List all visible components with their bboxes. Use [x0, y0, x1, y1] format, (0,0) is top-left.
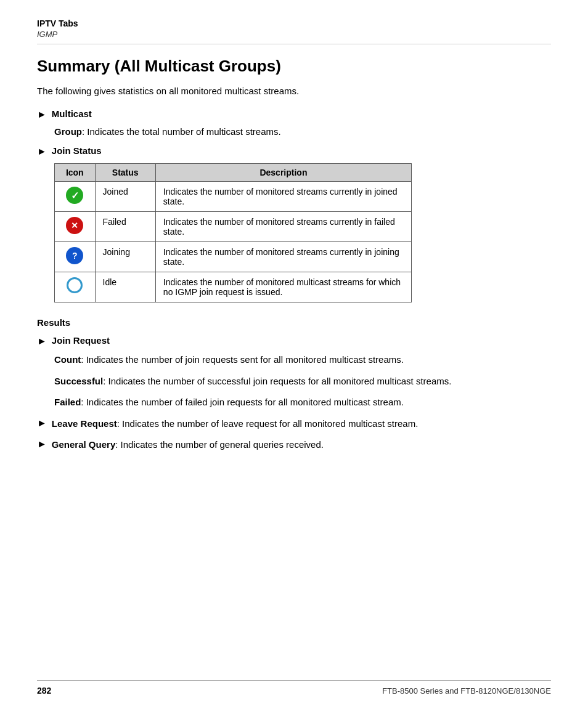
desc-cell-joining: Indicates the number of monitored stream…: [155, 242, 411, 272]
status-cell-joining: Joining: [95, 242, 155, 272]
status-cell-idle: Idle: [95, 272, 155, 302]
intro-text: The following gives statistics on all mo…: [37, 86, 551, 96]
successful-bold: Successful: [54, 376, 103, 386]
header-subtitle: IGMP: [37, 30, 551, 39]
page-number: 282: [37, 686, 51, 696]
page-container: IPTV Tabs IGMP Summary (All Multicast Gr…: [0, 0, 588, 497]
arrow-icon-leave-request: ►: [37, 418, 47, 429]
successful-text: Successful: Indicates the number of succ…: [54, 375, 551, 389]
multicast-label: Multicast: [52, 108, 92, 119]
count-rest: : Indicates the number of join requests …: [81, 354, 404, 365]
joined-icon: [66, 187, 83, 204]
failed-text: Failed: Indicates the number of failed j…: [54, 396, 551, 410]
count-bold: Count: [54, 354, 81, 365]
join-request-header: ► Join Request: [37, 335, 551, 347]
failed-rest: : Indicates the number of failed join re…: [81, 397, 404, 407]
table-row: Failed Indicates the number of monitored…: [55, 212, 412, 242]
table-row: Joined Indicates the number of monitored…: [55, 182, 412, 212]
join-status-label: Join Status: [52, 145, 102, 156]
multicast-section-header: ► Multicast: [37, 108, 551, 120]
failed-item: Failed: Indicates the number of failed j…: [54, 396, 551, 410]
page-footer: 282 FTB-8500 Series and FTB-8120NGE/8130…: [37, 680, 551, 696]
table-header-description: Description: [155, 164, 411, 182]
failed-bold: Failed: [54, 397, 81, 407]
page-title: Summary (All Multicast Groups): [37, 57, 551, 76]
leave-request-item: ► Leave Request: Indicates the number of…: [37, 417, 551, 431]
arrow-icon-join-request: ►: [37, 336, 47, 347]
icon-cell-joining: [55, 242, 96, 272]
general-query-text: General Query: Indicates the number of g…: [52, 438, 324, 452]
table-header-icon: Icon: [55, 164, 96, 182]
join-status-section-header: ► Join Status: [37, 145, 551, 157]
arrow-icon-multicast: ►: [37, 109, 47, 120]
failed-icon: [66, 217, 83, 234]
desc-cell-idle: Indicates the number of monitored multic…: [155, 272, 411, 302]
footer-product: FTB-8500 Series and FTB-8120NGE/8130NGE: [382, 686, 551, 696]
table-row: Joining Indicates the number of monitore…: [55, 242, 412, 272]
arrow-icon-join-status: ►: [37, 146, 47, 157]
successful-item: Successful: Indicates the number of succ…: [54, 375, 551, 389]
status-table: Icon Status Description Joined Indicates…: [54, 163, 412, 302]
arrow-icon-general-query: ►: [37, 439, 47, 450]
group-description: Group: Indicates the total number of mul…: [54, 126, 551, 137]
multicast-content: Group: Indicates the total number of mul…: [54, 126, 551, 137]
header-title: IPTV Tabs: [37, 18, 551, 28]
count-item: Count: Indicates the number of join requ…: [54, 353, 551, 367]
leave-request-bold: Leave Request: [52, 418, 117, 429]
icon-cell-failed: [55, 212, 96, 242]
general-query-item: ► General Query: Indicates the number of…: [37, 438, 551, 452]
leave-request-rest: : Indicates the number of leave request …: [117, 418, 419, 429]
group-bold: Group: [54, 126, 82, 137]
idle-icon: [67, 277, 83, 293]
results-label: Results: [37, 317, 551, 328]
general-query-rest: : Indicates the number of general querie…: [115, 439, 324, 450]
status-cell-failed: Failed: [95, 212, 155, 242]
successful-rest: : Indicates the number of successful joi…: [103, 376, 451, 386]
status-cell-joined: Joined: [95, 182, 155, 212]
table-header-status: Status: [95, 164, 155, 182]
icon-cell-idle: [55, 272, 96, 302]
desc-cell-failed: Indicates the number of monitored stream…: [155, 212, 411, 242]
general-query-bold: General Query: [52, 439, 115, 450]
join-request-label: Join Request: [52, 335, 110, 346]
desc-cell-joined: Indicates the number of monitored stream…: [155, 182, 411, 212]
count-text: Count: Indicates the number of join requ…: [54, 353, 551, 367]
group-rest: : Indicates the total number of multicas…: [82, 126, 281, 137]
header-section: IPTV Tabs IGMP: [37, 18, 551, 44]
joining-icon: [66, 247, 83, 264]
table-row: Idle Indicates the number of monitored m…: [55, 272, 412, 302]
leave-request-text: Leave Request: Indicates the number of l…: [52, 417, 418, 431]
icon-cell-joined: [55, 182, 96, 212]
join-request-content: Count: Indicates the number of join requ…: [54, 353, 551, 410]
